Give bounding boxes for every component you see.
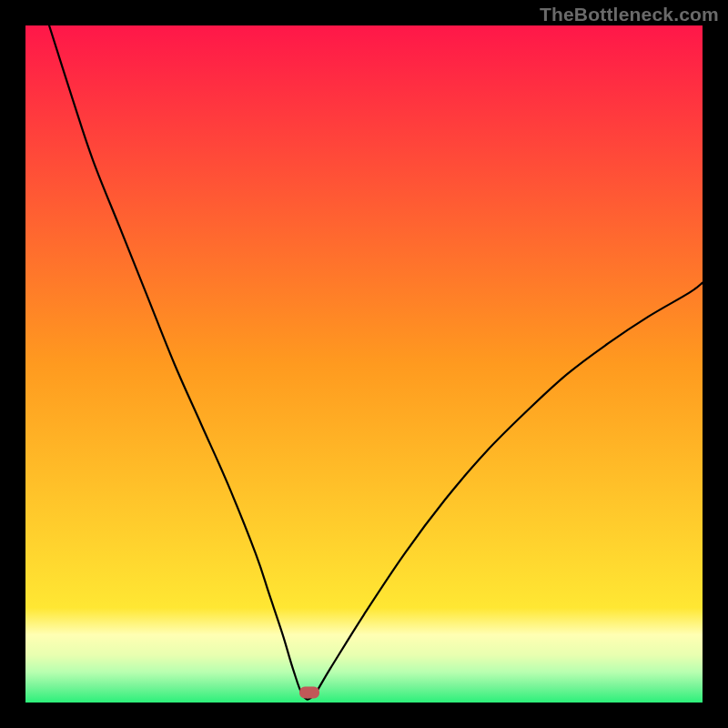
chart-frame: TheBottleneck.com bbox=[0, 0, 728, 728]
optimum-marker bbox=[299, 686, 319, 698]
watermark-label: TheBottleneck.com bbox=[540, 4, 719, 25]
plot-area bbox=[25, 25, 703, 703]
chart-svg bbox=[25, 25, 703, 703]
gradient-background bbox=[25, 25, 703, 703]
